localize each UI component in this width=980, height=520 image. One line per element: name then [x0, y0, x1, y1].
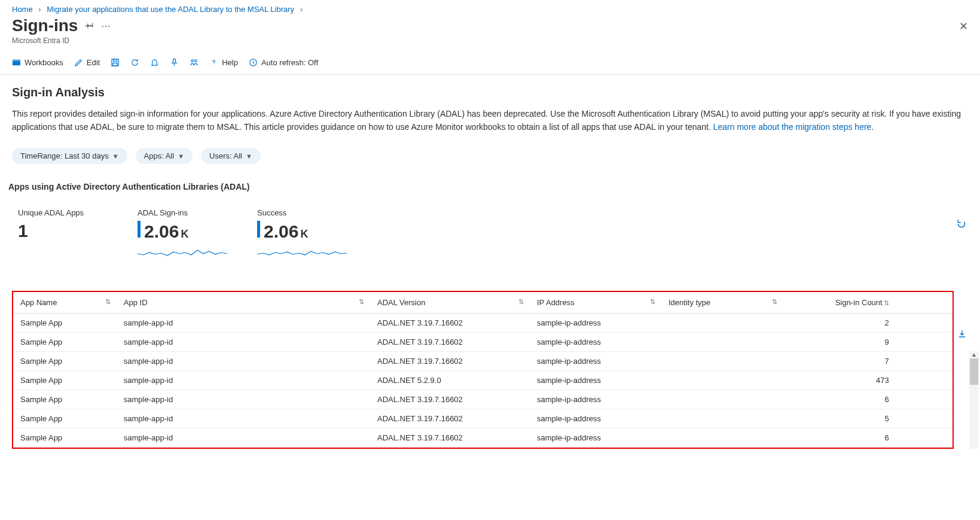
chevron-down-icon: ▼ [178, 153, 184, 160]
col-label: App Name [20, 298, 57, 307]
adal-apps-table: App Name⇅ App ID⇅ ADAL Version⇅ IP Addre… [12, 291, 954, 449]
cell-adal-version: ADAL.NET 3.19.7.16602 [370, 428, 530, 448]
cell-app-id: sample-app-id [117, 390, 370, 409]
download-icon[interactable] [957, 329, 967, 341]
svg-point-6 [195, 60, 197, 62]
breadcrumb: Home › Migrate your applications that us… [0, 0, 980, 14]
cell-ip: sample-ip-address [530, 314, 661, 333]
help-button[interactable]: Help [209, 58, 238, 67]
filter-apps[interactable]: Apps: All ▼ [136, 148, 193, 164]
col-adal-version[interactable]: ADAL Version⇅ [370, 292, 530, 314]
metric-value: 2.06 [144, 221, 179, 242]
subsection-heading: Apps using Active Directory Authenticati… [8, 182, 978, 191]
filter-users[interactable]: Users: All ▼ [201, 148, 261, 164]
page-title: Sign-ins [12, 16, 78, 35]
cell-app-id: sample-app-id [117, 371, 370, 390]
section-description: This report provides detailed sign-in in… [12, 108, 978, 133]
cell-spacer [896, 371, 952, 390]
cell-identity [661, 314, 783, 333]
table-row[interactable]: Sample Appsample-app-idADAL.NET 3.19.7.1… [13, 314, 952, 333]
sparkline [257, 245, 347, 261]
cell-app-name: Sample App [13, 333, 117, 352]
table-row[interactable]: Sample Appsample-app-idADAL.NET 3.19.7.1… [13, 352, 952, 371]
share-button[interactable] [190, 58, 199, 67]
cell-ip: sample-ip-address [530, 333, 661, 352]
cell-app-id: sample-app-id [117, 409, 370, 428]
col-identity[interactable]: Identity type⇅ [661, 292, 783, 314]
workbooks-icon [12, 58, 21, 67]
cell-spacer [896, 333, 952, 352]
col-ip[interactable]: IP Address⇅ [530, 292, 661, 314]
cell-adal-version: ADAL.NET 3.19.7.16602 [370, 333, 530, 352]
edit-label: Edit [87, 58, 100, 67]
cell-spacer [896, 314, 952, 333]
chevron-right-icon: › [35, 5, 44, 14]
learn-more-link[interactable]: Learn more about the migration steps her… [713, 122, 872, 132]
edit-button[interactable]: Edit [74, 58, 100, 67]
chevron-right-icon: › [297, 5, 306, 14]
scrollbar[interactable]: ▲ ▼ [969, 351, 979, 449]
refresh-button[interactable] [130, 58, 139, 67]
metric-label: Success [257, 208, 347, 217]
cell-identity [661, 352, 783, 371]
sparkline [138, 245, 227, 261]
cell-app-id: sample-app-id [117, 333, 370, 352]
people-icon [190, 58, 199, 67]
metric-unique-apps: Unique ADAL Apps 1 [18, 208, 108, 241]
cell-count: 6 [783, 390, 896, 409]
cell-app-name: Sample App [13, 314, 117, 333]
toolbar: Workbooks Edit Help Auto refresh: Off [0, 51, 980, 75]
cell-count: 473 [783, 371, 896, 390]
bell-icon [150, 58, 159, 67]
more-icon[interactable]: ⋯ [101, 20, 111, 32]
metric-success: Success 2.06K [257, 208, 347, 261]
filter-timerange[interactable]: TimeRange: Last 30 days ▼ [12, 148, 127, 164]
chevron-down-icon: ▼ [112, 153, 119, 160]
cell-spacer [896, 352, 952, 371]
pin-icon[interactable] [85, 20, 94, 32]
col-label: ADAL Version [377, 298, 425, 307]
table-row[interactable]: Sample Appsample-app-idADAL.NET 3.19.7.1… [13, 428, 952, 448]
save-button[interactable] [111, 58, 120, 67]
close-icon[interactable]: ✕ [959, 20, 968, 33]
table-row[interactable]: Sample Appsample-app-idADAL.NET 5.2.9.0s… [13, 371, 952, 390]
svg-rect-3 [114, 59, 117, 62]
cell-spacer [896, 390, 952, 409]
question-icon [209, 58, 218, 67]
workbooks-button[interactable]: Workbooks [12, 58, 63, 67]
col-label: Identity type [668, 298, 710, 307]
undo-icon[interactable] [956, 218, 967, 232]
metric-unit: K [300, 228, 308, 241]
cell-adal-version: ADAL.NET 3.19.7.16602 [370, 314, 530, 333]
breadcrumb-home[interactable]: Home [12, 5, 33, 14]
notify-button[interactable] [150, 58, 159, 67]
desc-period: . [871, 122, 874, 132]
metric-label: Unique ADAL Apps [18, 208, 108, 217]
cell-ip: sample-ip-address [530, 352, 661, 371]
scroll-thumb[interactable] [970, 358, 978, 385]
scroll-up-icon[interactable]: ▲ [969, 351, 979, 358]
col-app-name[interactable]: App Name⇅ [13, 292, 117, 314]
sort-icon: ⇅ [359, 298, 364, 306]
pin-button[interactable] [170, 58, 179, 67]
svg-rect-4 [113, 63, 118, 66]
metric-bar [257, 221, 260, 238]
autorefresh-button[interactable]: Auto refresh: Off [249, 58, 318, 67]
table-row[interactable]: Sample Appsample-app-idADAL.NET 3.19.7.1… [13, 409, 952, 428]
metric-label: ADAL Sign-ins [138, 208, 227, 217]
metric-signins: ADAL Sign-ins 2.06K [138, 208, 227, 261]
breadcrumb-migrate[interactable]: Migrate your applications that use the A… [47, 5, 294, 14]
pin-icon [170, 58, 179, 67]
svg-point-5 [191, 60, 194, 62]
cell-identity [661, 428, 783, 448]
col-count[interactable]: Sign-in Count⇅ [783, 292, 896, 314]
cell-app-id: sample-app-id [117, 314, 370, 333]
filter-timerange-label: TimeRange: Last 30 days [20, 151, 109, 160]
metric-value: 2.06 [264, 221, 298, 242]
table-row[interactable]: Sample Appsample-app-idADAL.NET 3.19.7.1… [13, 390, 952, 409]
cell-adal-version: ADAL.NET 3.19.7.16602 [370, 390, 530, 409]
sort-icon: ⇅ [105, 298, 111, 306]
cell-app-name: Sample App [13, 390, 117, 409]
table-row[interactable]: Sample Appsample-app-idADAL.NET 3.19.7.1… [13, 333, 952, 352]
col-app-id[interactable]: App ID⇅ [117, 292, 370, 314]
